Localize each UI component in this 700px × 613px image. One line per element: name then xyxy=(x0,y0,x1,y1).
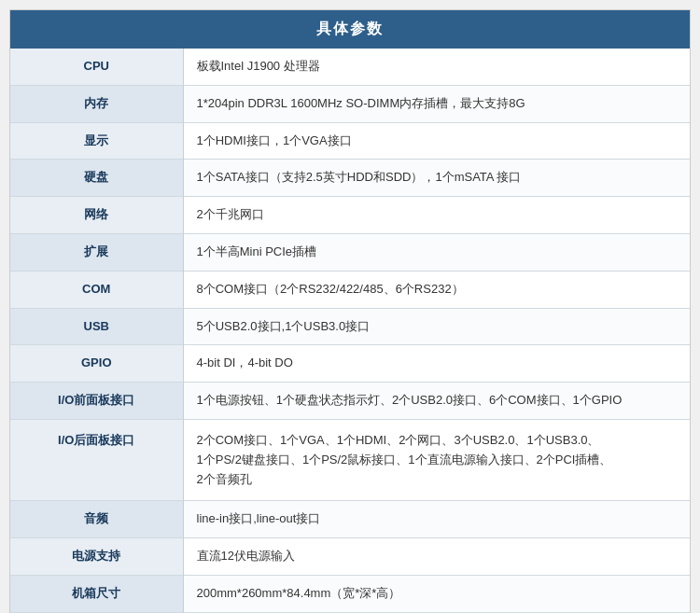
row-label-13: 机箱尺寸 xyxy=(10,575,183,612)
row-value-12: 直流12伏电源输入 xyxy=(183,538,690,576)
row-value-1: 1*204pin DDR3L 1600MHz SO-DIMM内存插槽，最大支持8… xyxy=(183,85,690,122)
table-row: 显示1个HDMI接口，1个VGA接口 xyxy=(10,122,690,160)
row-value-6: 8个COM接口（2个RS232/422/485、6个RS232） xyxy=(183,271,690,308)
row-value-3: 1个SATA接口（支持2.5英寸HDD和SDD），1个mSATA 接口 xyxy=(183,160,690,197)
row-label-11: 音频 xyxy=(10,501,183,538)
table-row: 电源支持直流12伏电源输入 xyxy=(10,538,690,576)
specs-table: CPU板载Intel J1900 处理器内存1*204pin DDR3L 160… xyxy=(10,49,690,613)
specs-container: 具体参数 CPU板载Intel J1900 处理器内存1*204pin DDR3… xyxy=(9,9,691,613)
row-label-6: COM xyxy=(10,271,183,308)
table-row: 扩展1个半高Mini PCIe插槽 xyxy=(10,233,690,271)
row-label-9: I/O前面板接口 xyxy=(10,383,183,420)
row-value-8: 4-bit DI，4-bit DO xyxy=(183,345,690,383)
row-label-12: 电源支持 xyxy=(10,538,183,576)
row-value-5: 1个半高Mini PCIe插槽 xyxy=(183,233,690,271)
row-label-1: 内存 xyxy=(10,85,183,122)
row-label-7: USB xyxy=(10,308,183,345)
table-row: 内存1*204pin DDR3L 1600MHz SO-DIMM内存插槽，最大支… xyxy=(10,85,690,122)
table-row: GPIO4-bit DI，4-bit DO xyxy=(10,345,690,383)
row-value-13: 200mm*260mm*84.4mm（宽*深*高） xyxy=(183,575,690,612)
table-row: 音频line-in接口,line-out接口 xyxy=(10,501,690,538)
row-label-10: I/O后面板接口 xyxy=(10,419,183,500)
table-row: USB5个USB2.0接口,1个USB3.0接口 xyxy=(10,308,690,345)
row-label-0: CPU xyxy=(10,49,183,85)
row-value-11: line-in接口,line-out接口 xyxy=(183,501,690,538)
table-row: 机箱尺寸200mm*260mm*84.4mm（宽*深*高） xyxy=(10,575,690,612)
table-row: COM8个COM接口（2个RS232/422/485、6个RS232） xyxy=(10,271,690,308)
table-row: CPU板载Intel J1900 处理器 xyxy=(10,49,690,85)
row-label-4: 网络 xyxy=(10,197,183,234)
row-value-4: 2个千兆网口 xyxy=(183,197,690,234)
table-row: I/O前面板接口1个电源按钮、1个硬盘状态指示灯、2个USB2.0接口、6个CO… xyxy=(10,383,690,420)
row-value-7: 5个USB2.0接口,1个USB3.0接口 xyxy=(183,308,690,345)
table-row: 硬盘1个SATA接口（支持2.5英寸HDD和SDD），1个mSATA 接口 xyxy=(10,160,690,197)
row-value-0: 板载Intel J1900 处理器 xyxy=(183,49,690,85)
row-label-2: 显示 xyxy=(10,122,183,160)
row-label-3: 硬盘 xyxy=(10,160,183,197)
row-label-8: GPIO xyxy=(10,345,183,383)
row-value-9: 1个电源按钮、1个硬盘状态指示灯、2个USB2.0接口、6个COM接口、1个GP… xyxy=(183,383,690,420)
table-row: I/O后面板接口2个COM接口、1个VGA、1个HDMI、2个网口、3个USB2… xyxy=(10,419,690,500)
page-title: 具体参数 xyxy=(10,10,690,49)
table-row: 网络2个千兆网口 xyxy=(10,197,690,234)
row-value-2: 1个HDMI接口，1个VGA接口 xyxy=(183,122,690,160)
row-value-10: 2个COM接口、1个VGA、1个HDMI、2个网口、3个USB2.0、1个USB… xyxy=(183,419,690,500)
row-label-5: 扩展 xyxy=(10,233,183,271)
